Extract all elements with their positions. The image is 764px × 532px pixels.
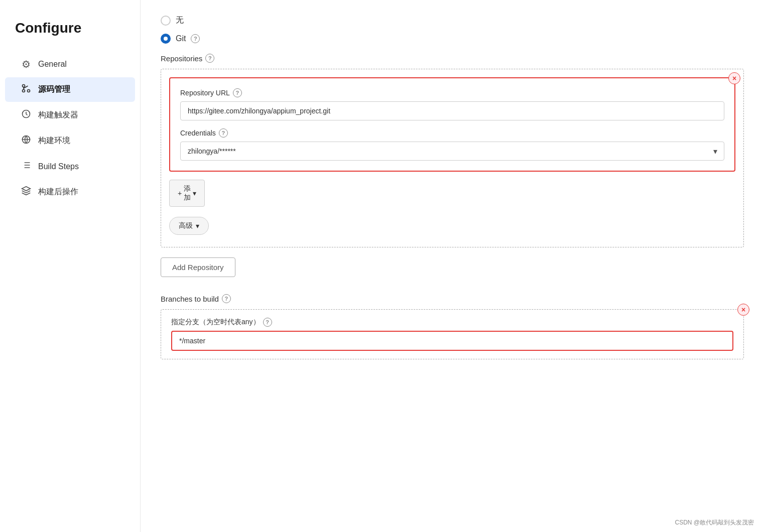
git-help-badge[interactable]: ? (191, 34, 200, 43)
sidebar-item-label: 构建触发器 (38, 110, 78, 120)
advanced-button[interactable]: 高级 ▾ (169, 217, 209, 235)
git-icon (20, 83, 32, 96)
svg-point-0 (28, 90, 30, 92)
repo-url-label: Repository URL ? (180, 88, 724, 97)
sidebar-item-label: 构建后操作 (38, 187, 78, 197)
page-title: Configure (0, 15, 140, 51)
add-label: 添加 (184, 184, 191, 202)
advanced-section: 高级 ▾ (161, 217, 743, 243)
repositories-label: Repositories ? (161, 54, 744, 63)
credentials-help-badge[interactable]: ? (219, 128, 228, 138)
sidebar-item-label: General (38, 60, 67, 69)
branch-input[interactable] (171, 331, 733, 351)
branch-card: × 指定分支（为空时代表any） ? (161, 309, 744, 359)
radio-git-label: Git (176, 34, 186, 43)
advanced-label: 高级 (179, 221, 193, 230)
sidebar-item-postbuild[interactable]: 构建后操作 (5, 180, 135, 204)
branches-help-badge[interactable]: ? (222, 294, 231, 303)
radio-git-option[interactable]: Git ? (161, 34, 744, 44)
clock-icon (20, 109, 32, 121)
branch-card-close-button[interactable]: × (737, 304, 749, 316)
sidebar-item-triggers[interactable]: 构建触发器 (5, 103, 135, 127)
sidebar-item-source[interactable]: 源码管理 (5, 77, 135, 102)
add-repository-button[interactable]: Add Repository (161, 257, 235, 277)
gear-icon: ⚙ (20, 58, 32, 70)
sidebar-item-label: 源码管理 (38, 84, 70, 95)
sidebar: Configure ⚙ General 源码管理 构建触发器 构建环境 (0, 0, 141, 532)
add-dropdown-icon: ▾ (193, 189, 196, 197)
radio-none-label: 无 (176, 15, 184, 26)
radio-none-option[interactable]: 无 (161, 15, 744, 26)
repo-card-close-button[interactable]: × (728, 72, 740, 84)
repo-url-help-badge[interactable]: ? (233, 88, 242, 97)
sidebar-item-env[interactable]: 构建环境 (5, 128, 135, 153)
list-icon (20, 160, 32, 173)
globe-icon (20, 135, 32, 147)
credentials-label: Credentials ? (180, 128, 724, 138)
watermark: CSDN @敢代码敲到头发茂密 (675, 518, 754, 527)
sidebar-item-label: 构建环境 (38, 136, 70, 146)
add-icon: + (178, 189, 182, 197)
credentials-select[interactable]: zhilongya/****** (180, 142, 724, 161)
postbuild-icon (20, 186, 32, 198)
advanced-chevron-icon: ▾ (196, 222, 199, 230)
credentials-select-wrapper: zhilongya/****** ▾ (180, 142, 724, 161)
main-content: 无 Git ? Repositories ? × Repository URL … (141, 0, 764, 532)
sidebar-item-general[interactable]: ⚙ General (5, 52, 135, 76)
sidebar-item-label: Build Steps (38, 162, 79, 171)
branches-label: Branches to build ? (161, 294, 744, 303)
radio-git-circle[interactable] (161, 34, 171, 44)
repositories-help-badge[interactable]: ? (205, 54, 214, 63)
add-button[interactable]: + 添加 ▾ (169, 180, 205, 207)
repositories-container: × Repository URL ? Credentials ? zhilong… (161, 69, 744, 247)
sidebar-item-buildsteps[interactable]: Build Steps (5, 154, 135, 179)
repo-url-input[interactable] (180, 101, 724, 120)
branch-spec-label: 指定分支（为空时代表any） ? (171, 318, 733, 327)
repo-card: × Repository URL ? Credentials ? zhilong… (169, 77, 735, 172)
branch-spec-help-badge[interactable]: ? (263, 318, 272, 327)
radio-none-circle[interactable] (161, 16, 171, 26)
branches-section: Branches to build ? × 指定分支（为空时代表any） ? (161, 294, 744, 359)
